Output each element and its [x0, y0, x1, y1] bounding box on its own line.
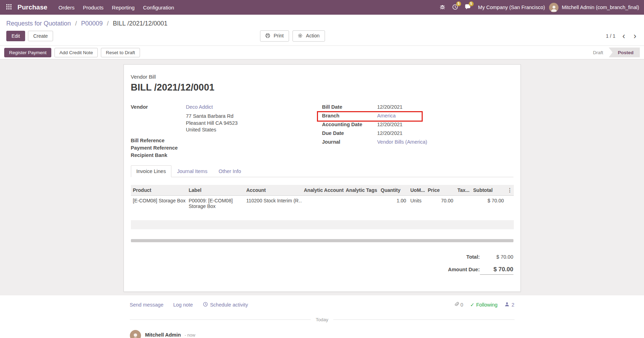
apps-grid-icon	[6, 4, 12, 10]
due-date-value[interactable]: 12/20/2021	[377, 130, 403, 136]
total-row: Total: $ 70.00	[398, 254, 513, 260]
payment-reference-label: Payment Reference	[131, 145, 186, 151]
message-author[interactable]: Mitchell Admin	[145, 332, 181, 338]
date-divider-label: Today	[316, 317, 328, 322]
invoice-line-row[interactable]: [E-COM08] Storage Box P00009: [E-COM08] …	[131, 195, 514, 211]
messages-button[interactable]: 5	[461, 1, 474, 14]
following-label: Following	[476, 302, 497, 308]
col-header-price[interactable]: Price	[426, 185, 456, 196]
col-header-tax[interactable]: Tax...	[456, 185, 471, 196]
divider-line	[333, 319, 515, 320]
following-button[interactable]: ✓ Following	[470, 302, 497, 308]
invoice-lines-table: Product Label Account Analytic Account A…	[131, 185, 514, 238]
company-switcher[interactable]: My Company (San Francisco)	[474, 5, 549, 10]
cell-tax	[456, 195, 471, 211]
edit-button[interactable]: Edit	[6, 31, 25, 41]
accounting-date-value[interactable]: 12/20/2021	[377, 122, 403, 128]
address-line-city: Pleasant Hill CA 94523	[186, 120, 322, 127]
attachments-button[interactable]: 0	[454, 302, 463, 308]
send-message-button[interactable]: Send message	[130, 302, 164, 308]
cell-account: 110200 Stock Interim (R…	[244, 195, 302, 211]
breadcrumb-separator: /	[107, 20, 109, 27]
accounting-date-label: Accounting Date	[322, 122, 377, 127]
col-header-quantity[interactable]: Quantity	[379, 185, 408, 196]
main-menu: Orders Products Reporting Configuration	[54, 0, 178, 15]
amount-due-label: Amount Due:	[448, 267, 480, 272]
schedule-activity-button[interactable]: Schedule activity	[203, 302, 248, 308]
add-credit-note-button[interactable]: Add Credit Note	[54, 48, 98, 57]
col-header-account[interactable]: Account	[244, 185, 302, 196]
table-filler-row	[131, 211, 514, 220]
state-posted[interactable]: Posted	[609, 48, 640, 57]
bill-reference-field: Bill Reference	[131, 136, 322, 143]
tab-journal-items[interactable]: Journal Items	[171, 165, 213, 177]
col-header-product[interactable]: Product	[131, 185, 187, 196]
follower-count: 2	[511, 302, 514, 308]
bill-date-value[interactable]: 12/20/2021	[377, 104, 403, 110]
log-note-button[interactable]: Log note	[173, 302, 193, 308]
journal-link[interactable]: Vendor Bills (America)	[377, 139, 427, 145]
field-grid: Vendor Deco Addict 77 Santa Barbara Rd P…	[131, 104, 513, 158]
state-draft[interactable]: Draft	[587, 48, 609, 57]
create-button[interactable]: Create	[28, 31, 53, 41]
action-buttons: Print Action	[260, 30, 325, 42]
branch-link[interactable]: America	[377, 113, 396, 119]
state-pipeline: Draft Posted	[587, 48, 640, 57]
due-date-field: Due Date 12/20/2021	[322, 130, 513, 137]
column-options-icon[interactable]: ⋮	[507, 187, 512, 193]
schedule-clock-icon	[203, 302, 208, 308]
menu-products[interactable]: Products	[79, 0, 108, 15]
message-header: Mitchell Admin - now	[145, 330, 195, 338]
breadcrumb-requests-for-quotation[interactable]: Requests for Quotation	[6, 20, 71, 27]
systray: 5 5 My Company (San Francisco) Mitchell …	[436, 1, 639, 14]
pager-previous-icon[interactable]: ‹	[621, 33, 627, 39]
top-navbar: Purchase Orders Products Reporting Confi…	[0, 0, 644, 15]
branch-field: Branch America	[322, 113, 513, 120]
message-badge: 5	[469, 1, 474, 6]
app-name[interactable]: Purchase	[17, 3, 47, 11]
total-label: Total:	[466, 254, 480, 260]
menu-reporting[interactable]: Reporting	[108, 0, 139, 15]
bug-icon	[439, 4, 445, 11]
reference-fields: Bill Reference Payment Reference Recipie…	[131, 136, 322, 158]
pager-next-icon[interactable]: ›	[632, 33, 638, 39]
tab-other-info[interactable]: Other Info	[213, 165, 246, 177]
col-header-subtotal[interactable]: Subtotal	[471, 185, 506, 196]
address-line-country: United States	[186, 127, 322, 134]
printer-icon	[265, 34, 272, 39]
action-button[interactable]: Action	[293, 30, 325, 42]
control-panel: Edit Create Print Action	[0, 30, 644, 45]
user-avatar[interactable]	[549, 3, 558, 12]
col-header-analytic-tags[interactable]: Analytic Tags	[344, 185, 379, 196]
cell-quantity: 1.00	[379, 195, 408, 211]
bill-date-label: Bill Date	[322, 104, 377, 110]
breadcrumb-separator: /	[75, 20, 77, 27]
apps-menu-button[interactable]	[3, 1, 15, 13]
table-horizontal-scrollbar[interactable]	[131, 239, 513, 242]
bill-number-title: BILL /2021/12/0001	[131, 82, 513, 93]
debug-button[interactable]	[436, 1, 449, 14]
breadcrumb: Requests for Quotation / P00009 / BILL /…	[0, 15, 644, 30]
message-author-avatar[interactable]	[130, 330, 141, 338]
breadcrumb-p00009[interactable]: P00009	[81, 20, 103, 27]
activities-button[interactable]: 5	[449, 1, 461, 14]
user-menu[interactable]: Mitchell Admin (com_branch_final)	[558, 5, 639, 10]
tab-invoice-lines[interactable]: Invoice Lines	[131, 165, 172, 177]
followers-button[interactable]: 2	[504, 302, 514, 308]
cell-uom: Units	[408, 195, 426, 211]
menu-configuration[interactable]: Configuration	[139, 0, 178, 15]
totals-block: Total: $ 70.00 Amount Due: $ 70.00	[398, 254, 513, 275]
paperclip-icon	[454, 302, 459, 308]
follower-person-icon	[504, 302, 510, 308]
vendor-link[interactable]: Deco Addict	[186, 104, 213, 110]
print-button[interactable]: Print	[260, 30, 289, 42]
col-header-label[interactable]: Label	[187, 185, 244, 196]
left-field-column: Vendor Deco Addict 77 Santa Barbara Rd P…	[131, 104, 322, 158]
menu-orders[interactable]: Orders	[54, 0, 79, 15]
cell-analytic-tags	[344, 195, 379, 211]
cell-price: 70.00	[426, 195, 456, 211]
col-header-analytic-account[interactable]: Analytic Account	[302, 185, 344, 196]
register-payment-button[interactable]: Register Payment	[4, 48, 51, 57]
reset-to-draft-button[interactable]: Reset to Draft	[101, 48, 140, 57]
col-header-uom[interactable]: UoM...	[408, 185, 426, 196]
